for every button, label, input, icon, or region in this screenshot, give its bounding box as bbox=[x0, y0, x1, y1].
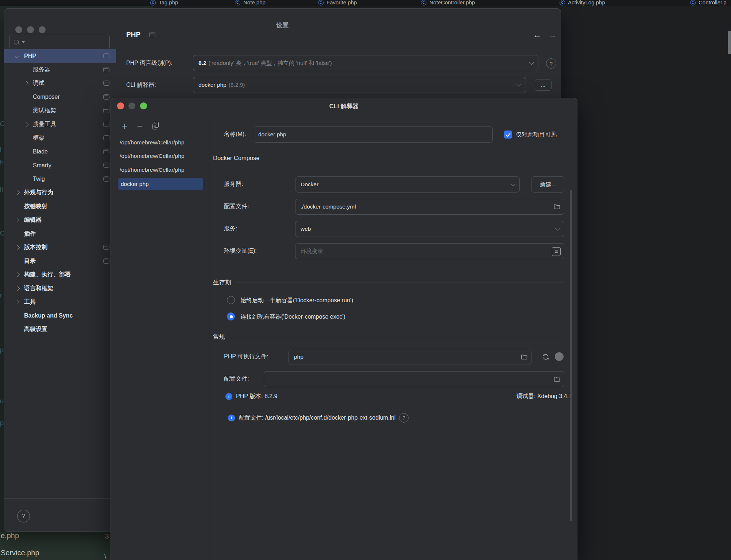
remove-interpreter-button[interactable]: − bbox=[137, 121, 143, 131]
sidebar-item-frameworks[interactable]: 框架 bbox=[4, 131, 116, 145]
sidebar-item-plugins[interactable]: 插件 bbox=[4, 227, 116, 241]
sidebar-item-version-control[interactable]: 版本控制 bbox=[4, 241, 116, 254]
back-arrow-button[interactable]: ← bbox=[533, 30, 541, 40]
search-icon bbox=[14, 40, 19, 44]
project-level-icon bbox=[103, 94, 109, 100]
configuration-file-input[interactable] bbox=[264, 371, 564, 387]
chevron-down-icon[interactable] bbox=[15, 54, 20, 58]
sidebar-item-composer[interactable]: Composer bbox=[4, 90, 116, 104]
cli-interpreter-more-button[interactable]: ... bbox=[535, 79, 552, 91]
service-select[interactable]: web bbox=[295, 221, 564, 237]
add-interpreter-button[interactable]: + bbox=[122, 121, 128, 131]
tab-favorite-php[interactable]: C Favorite.php bbox=[318, 0, 357, 6]
visible-only-project-checkbox[interactable] bbox=[504, 131, 512, 139]
sidebar-item-twig[interactable]: Twig bbox=[4, 172, 116, 186]
interpreter-list-item-selected[interactable]: docker php bbox=[118, 178, 203, 190]
chevron-right-icon[interactable] bbox=[15, 272, 20, 277]
chevron-right-icon[interactable] bbox=[15, 245, 20, 250]
editor-scrollbar[interactable] bbox=[728, 31, 731, 54]
sidebar-item-tools[interactable]: 工具 bbox=[4, 295, 116, 309]
search-options-chevron-icon[interactable] bbox=[22, 41, 25, 43]
tab-tag-php[interactable]: C Tag.php bbox=[150, 0, 178, 6]
forward-arrow-button[interactable]: → bbox=[548, 30, 557, 40]
sidebar-item-smarty[interactable]: Smarty bbox=[4, 159, 116, 172]
sidebar-item-build-execution-deployment[interactable]: 构建、执行、部署 bbox=[4, 268, 116, 282]
new-server-button[interactable]: 新建... bbox=[531, 176, 565, 192]
list-toolbar: + − bbox=[122, 121, 157, 131]
folder-icon[interactable] bbox=[554, 204, 560, 211]
server-select[interactable]: Docker bbox=[295, 176, 520, 192]
php-class-icon: C bbox=[235, 0, 240, 5]
cli-interpreter-label: CLI 解释器: bbox=[126, 81, 156, 89]
help-icon[interactable]: ? bbox=[546, 58, 556, 69]
project-level-icon bbox=[103, 122, 109, 127]
name-label: 名称(M): bbox=[224, 131, 246, 138]
cli-interpreter-dialog: CLI 解释器 + − /opt/homebrew/Cellar/php /op… bbox=[111, 98, 577, 560]
cli-interpreter-select[interactable]: docker php (8.2.9) bbox=[193, 77, 526, 93]
name-input[interactable] bbox=[253, 127, 493, 143]
sidebar-item-php[interactable]: PHP bbox=[4, 49, 116, 63]
php-executable-input[interactable] bbox=[289, 349, 531, 365]
sidebar-item-editor[interactable]: 编辑器 bbox=[4, 213, 116, 227]
reload-phpinfo-icon[interactable] bbox=[542, 353, 550, 362]
sidebar-item-backup-and-sync[interactable]: Backup and Sync bbox=[4, 309, 116, 323]
editor-tab-bar: C Tag.php C Note.php C Favorite.php C No… bbox=[0, 0, 731, 6]
screen: C l h ll C r p o p e.php Service.php 3 \… bbox=[0, 0, 731, 560]
chevron-right-icon[interactable] bbox=[15, 300, 20, 304]
php-version-info-row: i PHP 版本: 8.2.9 调试器: Xdebug 3.4.7 bbox=[225, 393, 572, 400]
sidebar-item-appearance-behavior[interactable]: 外观与行为 bbox=[4, 186, 116, 200]
tab-note-php[interactable]: C Note.php bbox=[235, 0, 266, 6]
sidebar-item-servers[interactable]: 服务器 bbox=[4, 63, 116, 77]
interpreter-list-item[interactable]: /opt/homebrew/Cellar/php bbox=[120, 139, 209, 146]
copy-interpreter-button[interactable] bbox=[152, 124, 157, 129]
tab-notecontroller-php[interactable]: C NoteController.php bbox=[421, 0, 475, 6]
settings-search-input[interactable] bbox=[9, 34, 110, 50]
background-file-name: e.php bbox=[1, 532, 19, 540]
radio-docker-compose-exec[interactable] bbox=[227, 312, 235, 320]
settings-sidebar: PHP 服务器 调试 Composer 测试框架 质量 bbox=[4, 49, 116, 337]
configuration-files-input[interactable] bbox=[295, 199, 564, 215]
chevron-right-icon[interactable] bbox=[15, 286, 20, 291]
folder-icon[interactable] bbox=[554, 376, 560, 383]
radio-docker-compose-run-label: 始终启动一个新容器('Docker-compose run') bbox=[240, 297, 353, 304]
project-level-icon bbox=[103, 149, 109, 154]
tab-activitylog-php[interactable]: C ActivityLog.php bbox=[560, 0, 605, 6]
php-class-icon: C bbox=[421, 0, 426, 5]
project-level-icon bbox=[103, 135, 109, 140]
project-level-icon bbox=[103, 67, 109, 72]
project-level-icon bbox=[103, 258, 109, 264]
configuration-file-field-wrap bbox=[264, 371, 564, 387]
interpreter-list-item[interactable]: /opt/homebrew/Cellar/php bbox=[120, 167, 209, 173]
sidebar-item-test-frameworks[interactable]: 测试框架 bbox=[4, 104, 116, 118]
sidebar-item-advanced-settings[interactable]: 高级设置 bbox=[4, 323, 116, 337]
chevron-right-icon[interactable] bbox=[24, 122, 28, 127]
dialog-scrollbar[interactable] bbox=[570, 190, 572, 521]
sidebar-item-keymap[interactable]: 按键映射 bbox=[4, 200, 116, 214]
radio-docker-compose-run[interactable] bbox=[227, 296, 235, 304]
chevron-right-icon[interactable] bbox=[24, 81, 28, 86]
background-stray-char: 3 bbox=[105, 532, 109, 540]
chevron-right-icon[interactable] bbox=[15, 218, 20, 222]
tab-controller-php[interactable]: C Controller.p bbox=[690, 0, 727, 6]
folder-icon[interactable] bbox=[521, 354, 527, 361]
radio-docker-compose-exec-label: 连接到现有容器('Docker-compose exec') bbox=[240, 313, 345, 321]
project-level-icon bbox=[103, 163, 109, 168]
sidebar-item-blade[interactable]: Blade bbox=[4, 145, 116, 159]
language-level-select[interactable]: 8.2 ('readonly' 类，'true' 类型，独立的 'null' 和… bbox=[193, 55, 538, 71]
chevron-right-icon[interactable] bbox=[15, 190, 20, 195]
interpreter-list-item[interactable]: /opt/homebrew/Cellar/php bbox=[120, 153, 209, 159]
dialog-title: CLI 解释器 bbox=[111, 102, 577, 110]
sidebar-item-debug[interactable]: 调试 bbox=[4, 77, 116, 90]
environment-variables-label: 环境变量(E): bbox=[224, 247, 257, 255]
env-variables-list-icon[interactable]: ≡ bbox=[552, 247, 561, 256]
project-level-icon bbox=[103, 176, 109, 182]
sidebar-item-quality-tools[interactable]: 质量工具 bbox=[4, 118, 116, 132]
environment-variables-input[interactable] bbox=[295, 243, 564, 259]
php-class-icon: C bbox=[560, 0, 565, 5]
sidebar-item-directories[interactable]: 目录 bbox=[4, 254, 116, 268]
project-level-icon bbox=[103, 53, 109, 58]
php-class-icon: C bbox=[318, 0, 324, 5]
help-button[interactable]: ? bbox=[17, 510, 30, 522]
help-icon[interactable]: ? bbox=[399, 413, 409, 423]
sidebar-item-languages-frameworks[interactable]: 语言和框架 bbox=[4, 282, 116, 296]
